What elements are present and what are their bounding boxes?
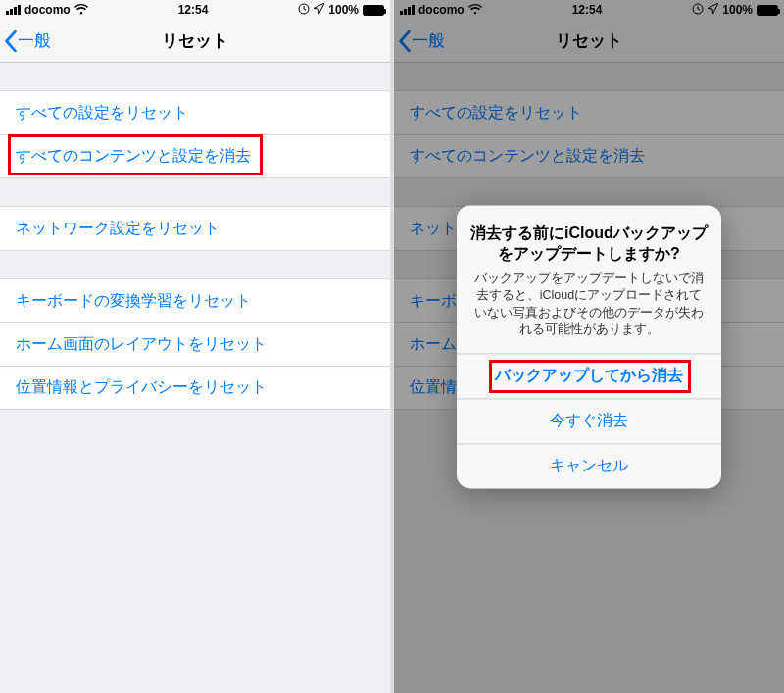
cell-reset-location-privacy[interactable]: 位置情報とプライバシーをリセット bbox=[0, 366, 390, 409]
location-icon bbox=[314, 3, 324, 17]
cell-reset-network[interactable]: ネットワーク設定をリセット bbox=[0, 207, 390, 250]
back-button[interactable]: 一般 bbox=[0, 29, 51, 52]
group-1: すべての設定をリセット すべてのコンテンツと設定を消去 bbox=[0, 90, 390, 178]
wifi-icon bbox=[74, 4, 88, 17]
cell-reset-keyboard[interactable]: キーボードの変換学習をリセット bbox=[0, 279, 390, 322]
status-bar: docomo 12:54 100% bbox=[0, 0, 390, 20]
alert-title: 消去する前にiCloudバックアップをアップデートしますか? bbox=[470, 223, 708, 265]
clock: 12:54 bbox=[178, 3, 209, 17]
screen-left: docomo 12:54 100% 一般 リセット すべての設定をリセット すべ… bbox=[0, 0, 390, 693]
chevron-left-icon bbox=[4, 30, 18, 52]
alert-button-cancel[interactable]: キャンセル bbox=[457, 443, 721, 488]
signal-icon bbox=[6, 5, 21, 15]
cell-reset-all-settings[interactable]: すべての設定をリセット bbox=[0, 91, 390, 134]
group-3: キーボードの変換学習をリセット ホーム画面のレイアウトをリセット 位置情報とプラ… bbox=[0, 278, 390, 410]
battery-pct: 100% bbox=[328, 3, 359, 17]
carrier-label: docomo bbox=[24, 3, 71, 17]
battery-icon bbox=[363, 5, 384, 16]
alert-message: バックアップをアップデートしないで消去すると、iCloudにアップロードされてい… bbox=[470, 271, 708, 339]
screen-right: docomo 12:54 100% 一般 リセット すべての設定をリセット すべ… bbox=[394, 0, 784, 693]
back-label: 一般 bbox=[18, 29, 51, 52]
page-title: リセット bbox=[0, 29, 390, 52]
nav-bar: 一般 リセット bbox=[0, 20, 390, 63]
icloud-backup-alert: 消去する前にiCloudバックアップをアップデートしますか? バックアップをアッ… bbox=[457, 205, 721, 488]
alert-button-erase-now[interactable]: 今すぐ消去 bbox=[457, 398, 721, 443]
rotation-lock-icon bbox=[298, 3, 310, 18]
group-2: ネットワーク設定をリセット bbox=[0, 206, 390, 251]
cell-reset-home-layout[interactable]: ホーム画面のレイアウトをリセット bbox=[0, 322, 390, 366]
alert-button-backup-then-erase[interactable]: バックアップしてから消去 bbox=[457, 353, 721, 398]
cell-erase-all-content[interactable]: すべてのコンテンツと設定を消去 bbox=[0, 134, 390, 177]
